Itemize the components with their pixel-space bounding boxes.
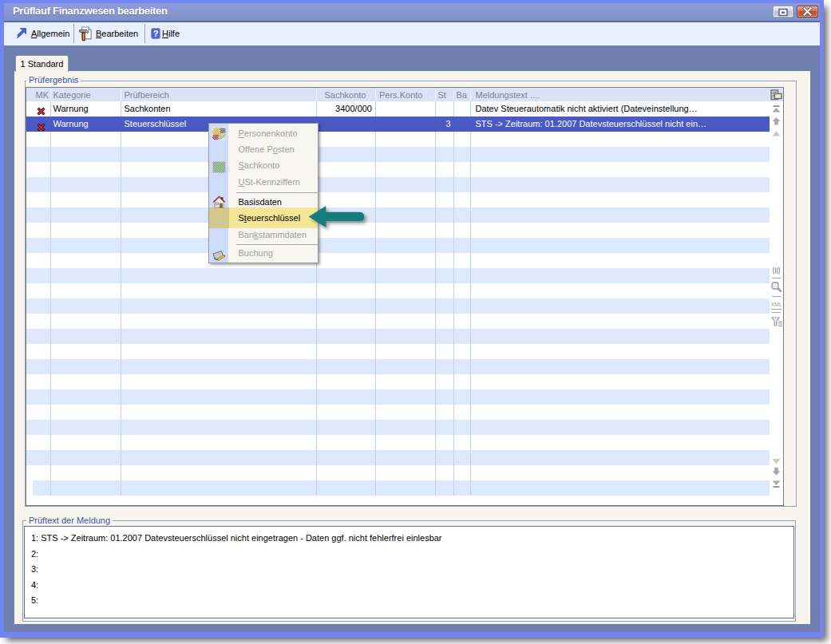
svg-text:?: ? <box>153 29 159 38</box>
